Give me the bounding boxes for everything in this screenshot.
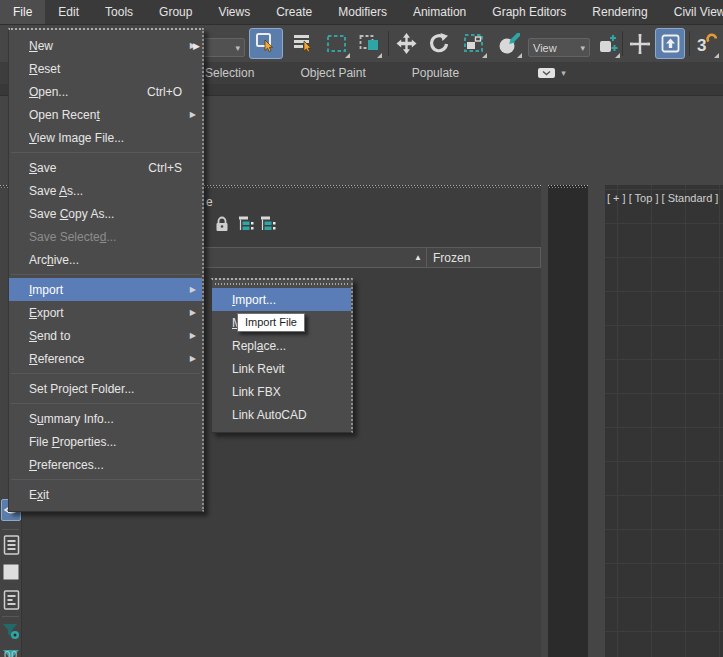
menu-separator	[11, 403, 200, 404]
select-and-scale-button[interactable]	[460, 28, 488, 59]
display-all-list-button[interactable]	[1, 534, 21, 556]
menu-item-shortcut: Ctrl+S	[148, 161, 196, 175]
file-menu-item[interactable]: Save Ctrl+S ▶	[9, 156, 202, 179]
frozen-column-label: Frozen	[433, 251, 470, 265]
chevron-down-icon: ▾	[580, 43, 585, 53]
selection-set-dropdown[interactable]: ▾	[203, 38, 245, 57]
minimize-ribbon-icon[interactable]	[537, 66, 557, 80]
file-menu-item[interactable]: File Properties... ▶	[9, 430, 202, 453]
import-submenu: Import... ▶ M ▶ Replace... ▶ Link Revit …	[211, 278, 353, 433]
menubar-item[interactable]: Create	[263, 0, 325, 24]
menu-item-label: Import...	[232, 293, 276, 307]
file-menu-item[interactable]: Save As... ▶	[9, 179, 202, 202]
frozen-column-header[interactable]: Frozen	[427, 247, 541, 268]
menu-item-label: Open Recent	[29, 108, 100, 122]
menubar-item[interactable]: Tools	[92, 0, 146, 24]
file-menu-item[interactable]: Send to ▶	[9, 324, 202, 347]
file-menu-item[interactable]: Open Recent ▶	[9, 103, 202, 126]
menubar-item[interactable]: Animation	[400, 0, 479, 24]
select-and-move-button[interactable]	[392, 28, 420, 59]
menubar-item[interactable]: Group	[146, 0, 205, 24]
menubar-item[interactable]: Views	[205, 0, 263, 24]
submenu-arrow-icon: ▶	[190, 354, 196, 363]
ribbon-tab[interactable]: Object Paint	[300, 66, 365, 80]
file-menu-item[interactable]: Export ▶	[9, 301, 202, 324]
snaps-toggle-button[interactable]: 3	[692, 28, 720, 59]
rectangular-selection-icon	[326, 33, 348, 54]
docked-panel-strip	[548, 185, 588, 657]
file-menu-item[interactable]: Save Copy As... ▶	[9, 202, 202, 225]
menu-item-label: Set Project Folder...	[29, 382, 134, 396]
window-crossing-button[interactable]	[355, 28, 383, 59]
separator	[2, 616, 19, 617]
select-object-button[interactable]	[249, 28, 283, 59]
file-menu-item[interactable]: Exit ▶	[9, 483, 202, 506]
pivot-point-icon	[597, 33, 619, 55]
menu-item-label: Save	[29, 161, 56, 175]
menubar-item[interactable]: Edit	[45, 0, 92, 24]
menu-item-label: Preferences...	[29, 458, 104, 472]
place-icon	[498, 33, 520, 55]
file-menu-item[interactable]: Save Selected... ▶	[9, 225, 202, 248]
submenu-item[interactable]: Link FBX ▶	[212, 380, 351, 403]
window-crossing-icon	[359, 33, 380, 54]
menubar-item[interactable]: Civil View	[661, 0, 723, 24]
submenu-arrow-icon: ▶	[190, 331, 196, 340]
filter-settings-button[interactable]	[1, 620, 21, 642]
file-menu-item[interactable]: Reference ▶	[9, 347, 202, 370]
lock-button[interactable]	[213, 215, 231, 233]
sort-hierarchy-button[interactable]	[259, 215, 277, 233]
submenu-arrow-icon: ▶	[190, 110, 196, 119]
file-menu-item[interactable]: View Image File... ▶	[9, 126, 202, 149]
menubar-item[interactable]: File	[0, 0, 45, 24]
window-edge-stipple[interactable]	[548, 185, 588, 188]
file-menu-item[interactable]: Preferences... ▶	[9, 453, 202, 476]
submenu-item[interactable]: Link AutoCAD ▶	[212, 403, 351, 426]
file-menu-item[interactable]: Import ▶	[9, 278, 202, 301]
display-none-button[interactable]	[1, 561, 21, 583]
menu-item-label: Exit	[29, 488, 49, 502]
move-icon	[396, 33, 417, 54]
menubar-item[interactable]: Modifiers	[325, 0, 400, 24]
funnel-gear-icon	[2, 623, 20, 640]
file-menu-item[interactable]: Set Project Folder... ▶	[9, 377, 202, 400]
menu-item-label: Link Revit	[232, 362, 285, 376]
select-and-manipulate-button[interactable]	[626, 28, 653, 59]
file-menu-item[interactable]: Summary Info... ▶	[9, 407, 202, 430]
keyboard-shortcut-override-button[interactable]	[655, 28, 685, 59]
submenu-item[interactable]: Link Revit ▶	[212, 357, 351, 380]
toolbar-separator	[388, 31, 389, 56]
menu-separator	[11, 373, 200, 374]
select-and-place-button[interactable]	[495, 28, 523, 59]
use-pivot-point-center-button[interactable]	[594, 28, 621, 59]
file-menu-item[interactable]: New ▶	[9, 34, 202, 57]
submenu-item[interactable]: Replace... ▶	[212, 334, 351, 357]
menu-item-label: Reset	[29, 62, 60, 76]
select-by-name-button[interactable]	[289, 28, 317, 59]
submenu-item[interactable]: Import... ▶	[212, 288, 351, 311]
display-hierarchy-button[interactable]	[237, 215, 255, 233]
ribbon-tab[interactable]: Populate	[412, 66, 459, 80]
file-menu-item[interactable]: Open... Ctrl+O ▶	[9, 80, 202, 103]
viewport-top[interactable]: [ + ] [ Top ] [ Standard ]	[605, 185, 723, 657]
menu-item-label: Reference	[29, 352, 84, 366]
file-menu-item[interactable]: Reset ▶	[9, 57, 202, 80]
menu-item-label: Save Copy As...	[29, 207, 114, 221]
list-box-icon	[3, 590, 20, 610]
menubar-item[interactable]: Graph Editors	[479, 0, 579, 24]
viewport-label[interactable]: [ + ] [ Top ] [ Standard ]	[605, 185, 723, 204]
select-and-rotate-button[interactable]	[424, 28, 452, 59]
tooltip-text: Import File	[245, 316, 297, 328]
menu-item-label: Open...	[29, 85, 68, 99]
separator	[2, 529, 19, 530]
ribbon-tab[interactable]: Selection	[205, 66, 254, 80]
display-invert-button[interactable]	[1, 589, 21, 611]
focus-dots	[215, 283, 348, 285]
file-menu-item[interactable]: Archive... ▶	[9, 248, 202, 271]
reference-coordinate-dropdown[interactable]: View ▾	[528, 38, 590, 57]
menu-item-label: Save Selected...	[29, 230, 116, 244]
chevron-down-icon[interactable]: ▾	[561, 68, 566, 78]
flyout-arrow-icon[interactable]: ▶	[193, 41, 200, 51]
menubar-item[interactable]: Rendering	[579, 0, 660, 24]
rectangular-selection-region-button[interactable]	[323, 28, 351, 59]
